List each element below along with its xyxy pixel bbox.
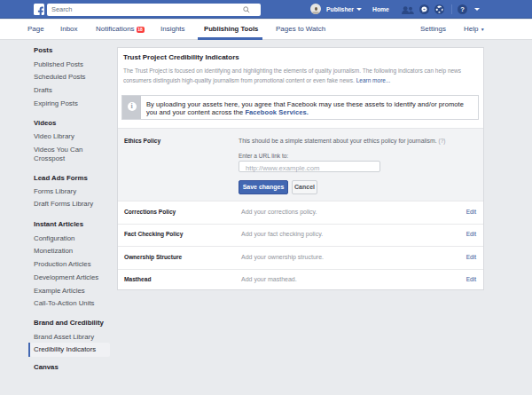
svg-text:?: ? xyxy=(460,5,465,13)
